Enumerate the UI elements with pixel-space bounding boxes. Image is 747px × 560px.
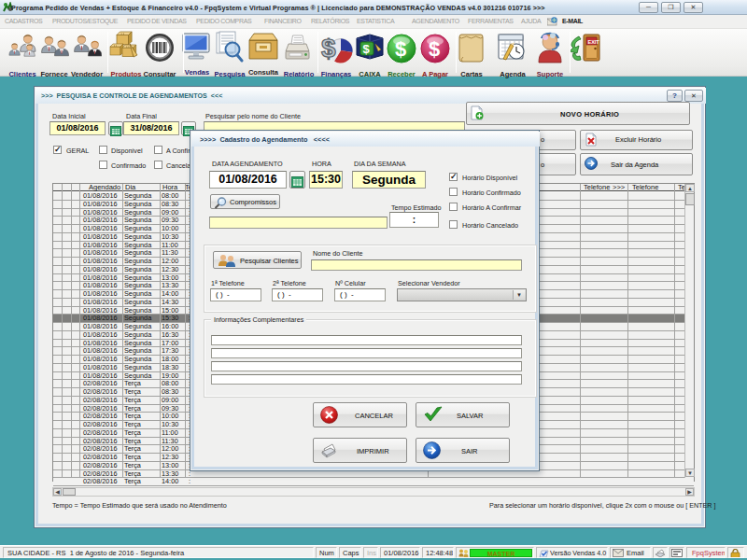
svg-text:$: $ bbox=[429, 37, 440, 61]
svg-text:$: $ bbox=[395, 37, 406, 61]
svg-text:$: $ bbox=[321, 34, 336, 63]
svg-text:EXIT: EXIT bbox=[588, 39, 600, 45]
svg-text:$: $ bbox=[363, 42, 371, 56]
